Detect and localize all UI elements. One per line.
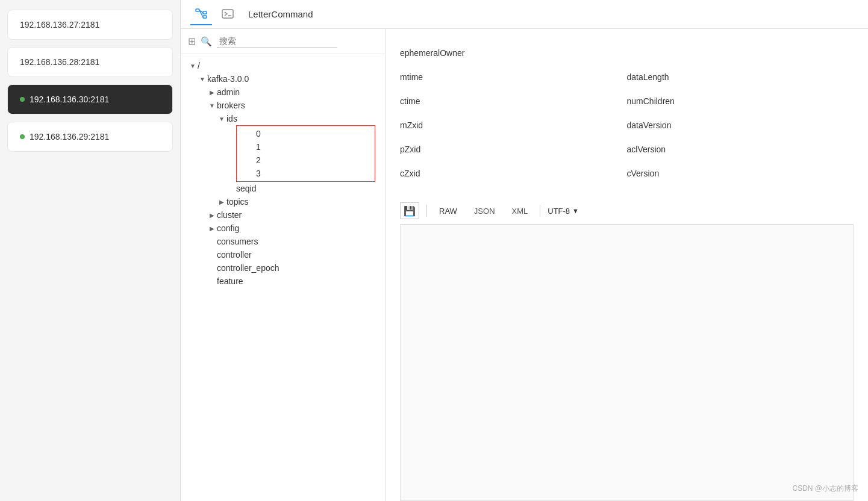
online-dot [20, 97, 25, 102]
tree-item-label: / [198, 61, 200, 70]
svg-rect-1 [203, 11, 207, 14]
tree-item-label: admin [217, 87, 240, 97]
tree-panel: ⊞ 🔍 /kafka-3.0.0adminbrokersids0123seqid… [181, 29, 386, 501]
tree-arrow-icon [207, 263, 217, 273]
ids-children-box: 0123 [236, 125, 375, 182]
tree-arrow-icon [246, 169, 256, 178]
server-label: 192.168.136.30:2181 [30, 95, 109, 104]
tree-content: /kafka-3.0.0adminbrokersids0123seqidtopi… [181, 54, 385, 501]
tree-item[interactable]: 0 [237, 127, 375, 140]
property-item: ephemeralOwner [400, 41, 854, 65]
tree-item[interactable]: cluster [181, 208, 385, 222]
tree-item-label: 3 [256, 169, 261, 178]
tree-item-label: consumers [217, 237, 258, 246]
search-magnify-icon: 🔍 [201, 36, 212, 47]
chevron-down-icon: ▼ [572, 207, 579, 214]
tree-item-label: controller [217, 250, 252, 260]
search-icon: ⊞ [188, 36, 196, 47]
tree-arrow-icon [217, 197, 226, 207]
server-card-server-4[interactable]: 192.168.136.29:2181 [7, 122, 173, 152]
server-label: 192.168.136.27:2181 [20, 20, 99, 30]
sidebar: 192.168.136.27:2181192.168.136.28:218119… [0, 0, 181, 501]
server-card-server-1[interactable]: 192.168.136.27:2181 [7, 10, 173, 40]
tree-item[interactable]: 1 [237, 140, 375, 154]
tree-item-label: 2 [256, 155, 261, 165]
property-item: cZxid [400, 161, 627, 185]
property-item: mtime [400, 65, 627, 89]
server-label: 192.168.136.29:2181 [30, 132, 109, 142]
save-icon: 💾 [404, 205, 416, 217]
tree-arrow-icon [198, 74, 207, 84]
tree-item[interactable]: controller_epoch [181, 261, 385, 275]
tree-arrow-icon [217, 114, 226, 123]
tree-item[interactable]: brokers [181, 99, 385, 112]
tab-command[interactable] [217, 4, 239, 25]
content-area: ⊞ 🔍 /kafka-3.0.0adminbrokersids0123seqid… [181, 29, 868, 501]
tree-item-label: seqid [236, 184, 256, 193]
property-item: cVersion [627, 161, 854, 185]
tree-item-label: ids [226, 114, 237, 123]
raw-button[interactable]: RAW [434, 204, 462, 218]
server-card-server-3[interactable]: 192.168.136.30:2181 [7, 84, 173, 114]
property-item: pZxid [400, 137, 627, 161]
xml-button[interactable]: XML [507, 204, 533, 218]
top-tabs-bar: LetterCommand [181, 0, 868, 29]
main-panel: LetterCommand ⊞ 🔍 /kafka-3.0.0adminbroke… [181, 0, 868, 501]
property-item: aclVersion [627, 137, 854, 161]
json-button[interactable]: JSON [469, 204, 500, 218]
tree-arrow-icon [246, 155, 256, 165]
tree-item[interactable]: kafka-3.0.0 [181, 72, 385, 86]
tree-arrow-icon [207, 101, 217, 110]
tree-item[interactable]: feature [181, 275, 385, 288]
server-card-server-2[interactable]: 192.168.136.28:2181 [7, 47, 173, 77]
tree-item-label: 1 [256, 142, 261, 152]
tree-arrow-icon [226, 184, 236, 193]
watermark: CSDN @小志的博客 [792, 484, 858, 494]
property-item: numChildren [627, 89, 854, 113]
tree-arrow-icon [207, 276, 217, 286]
tree-item-label: topics [226, 197, 249, 207]
svg-rect-0 [196, 9, 199, 11]
tree-arrow-icon [188, 61, 198, 70]
tree-item[interactable]: seqid [181, 182, 385, 195]
tree-item[interactable]: / [181, 59, 385, 72]
tree-item-label: controller_epoch [217, 263, 279, 273]
tree-item[interactable]: ids [181, 112, 385, 125]
property-item: dataLength [627, 65, 854, 89]
property-item: mZxid [400, 113, 627, 137]
svg-rect-2 [203, 16, 207, 18]
tree-item-label: brokers [217, 101, 245, 110]
tree-item[interactable]: admin [181, 86, 385, 99]
tree-arrow-icon [207, 210, 217, 220]
divider2 [540, 205, 540, 217]
data-textarea[interactable] [400, 225, 854, 501]
tree-arrow-icon [207, 87, 217, 97]
tree-item-label: config [217, 223, 239, 233]
tree-item[interactable]: topics [181, 195, 385, 208]
tab-title: LetterCommand [248, 9, 313, 19]
search-input[interactable] [217, 35, 337, 48]
divider [426, 205, 427, 217]
tree-item[interactable]: consumers [181, 235, 385, 248]
tree-item[interactable]: 2 [237, 154, 375, 167]
tree-item[interactable]: 3 [237, 167, 375, 180]
tree-arrow-icon [207, 223, 217, 233]
tree-item[interactable]: controller [181, 248, 385, 261]
tree-arrow-icon [207, 237, 217, 246]
tree-item-label: kafka-3.0.0 [207, 74, 249, 84]
tree-arrow-icon [207, 250, 217, 260]
tree-arrow-icon [246, 142, 256, 152]
tree-item[interactable]: config [181, 222, 385, 235]
property-item: ctime [400, 89, 627, 113]
online-dot [20, 134, 25, 139]
tree-item-label: 0 [256, 129, 261, 138]
encoding-label: UTF-8 [548, 207, 570, 216]
property-item: dataVersion [627, 113, 854, 137]
properties-grid: ephemeralOwnermtimedataLengthctimenumChi… [400, 41, 854, 185]
encoding-select[interactable]: UTF-8 ▼ [548, 207, 579, 216]
save-button[interactable]: 💾 [400, 202, 419, 219]
right-panel: ephemeralOwnermtimedataLengthctimenumChi… [386, 29, 868, 501]
toolbar-row: 💾 RAW JSON XML UTF-8 ▼ [400, 198, 854, 225]
tree-item-label: feature [217, 276, 243, 286]
tab-tree[interactable] [190, 4, 212, 25]
